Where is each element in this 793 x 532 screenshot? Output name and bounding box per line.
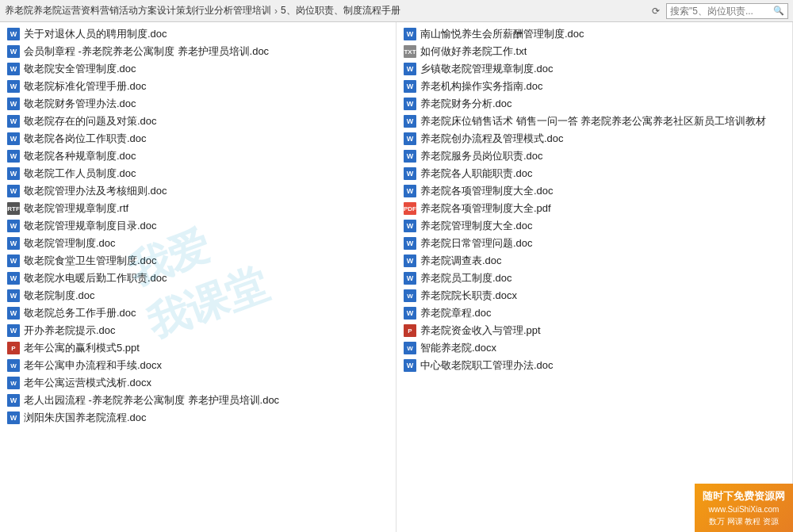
list-item[interactable]: W关于对退休人员的聘用制度.doc — [5, 25, 391, 43]
list-item[interactable]: W养老院日常管理问题.doc — [401, 235, 787, 252]
list-item[interactable]: W养老院创办流程及管理模式.doc — [401, 130, 787, 147]
list-item[interactable]: PDF养老院各项管理制度大全.pdf — [401, 200, 787, 217]
list-item[interactable]: W敬老院工作人员制度.doc — [5, 165, 391, 182]
file-name: 敬老院管理规章制度目录.doc — [24, 219, 157, 233]
list-item[interactable]: W养老院床位销售话术 销售一问一答 养老院养老公寓养老社区新员工培训教材 — [401, 113, 787, 130]
breadcrumb-separator: › — [274, 6, 278, 17]
docx-icon: W — [7, 359, 20, 372]
file-name: 养老机构操作实务指南.doc — [420, 79, 543, 94]
list-item[interactable]: W养老机构操作实务指南.doc — [401, 78, 787, 95]
doc-icon: W — [404, 28, 416, 40]
doc-icon: W — [7, 132, 20, 145]
list-item[interactable]: W敬老院管理规章制度目录.doc — [5, 217, 391, 235]
list-item[interactable]: W养老院服务员岗位职责.doc — [401, 147, 787, 165]
file-name: 养老院各项管理制度大全.doc — [420, 184, 554, 198]
list-item[interactable]: W浏阳朱庆国养老院流程.doc — [5, 409, 391, 427]
list-item[interactable]: W敬老院财务管理办法.doc — [5, 95, 391, 113]
list-item[interactable]: W养老院章程.doc — [401, 304, 787, 322]
right-column: W南山愉悦养生会所薪酬管理制度.docTXT如何做好养老院工作.txtW乡镇敬老… — [396, 22, 793, 532]
doc-icon: W — [7, 411, 20, 424]
search-input[interactable] — [670, 6, 773, 17]
file-name: 敬老院制度.doc — [24, 289, 95, 303]
file-name: 养老院服务员岗位职责.doc — [420, 149, 543, 163]
breadcrumb-path[interactable]: 养老院养老院运营资料营销活动方案设计策划行业分析管理培训 — [5, 4, 271, 17]
list-item[interactable]: P老年公寓的赢利模式5.ppt — [5, 339, 391, 357]
list-item[interactable]: W南山愉悦养生会所薪酬管理制度.doc — [401, 25, 787, 43]
list-item[interactable]: W敬老院管理办法及考核细则.doc — [5, 182, 391, 200]
list-item[interactable]: W敬老院安全管理制度.doc — [5, 60, 391, 78]
doc-icon: W — [7, 28, 20, 40]
list-item[interactable]: RTF敬老院管理规章制度.rtf — [5, 200, 391, 217]
breadcrumb-current[interactable]: 5、岗位职责、制度流程手册 — [281, 4, 400, 17]
file-name: 关于对退休人员的聘用制度.doc — [24, 27, 167, 41]
list-item[interactable]: W敬老院存在的问题及对策.doc — [5, 113, 391, 130]
logo-site-name: 随时下免费资源网 — [703, 488, 785, 504]
list-item[interactable]: W智能养老院.docx — [401, 339, 787, 357]
file-name: 浏阳朱庆国养老院流程.doc — [24, 411, 147, 425]
list-item[interactable]: W会员制章程 -养老院养老公寓制度 养老护理员培训.doc — [5, 43, 391, 60]
list-item[interactable]: W敬老院各种规章制度.doc — [5, 147, 391, 165]
file-name: 南山愉悦养生会所薪酬管理制度.doc — [420, 27, 584, 41]
file-name: 乡镇敬老院管理规章制度.doc — [420, 62, 554, 76]
docx-icon: W — [7, 377, 20, 389]
doc-icon: W — [7, 394, 20, 407]
list-item[interactable]: W老年公寓运营模式浅析.docx — [5, 374, 391, 392]
doc-icon: W — [404, 167, 416, 180]
list-item[interactable]: W老年公寓申办流程和手续.docx — [5, 357, 391, 374]
list-item[interactable]: W敬老院各岗位工作职责.doc — [5, 130, 391, 147]
file-name: 敬老院安全管理制度.doc — [24, 62, 136, 76]
doc-icon: W — [7, 237, 20, 250]
doc-icon: W — [7, 289, 20, 302]
list-item[interactable]: W养老院院长职责.docx — [401, 287, 787, 304]
refresh-icon[interactable]: ⟳ — [649, 4, 663, 18]
doc-icon: W — [404, 150, 416, 163]
list-item[interactable]: W敬老院总务工作手册.doc — [5, 304, 391, 322]
list-item[interactable]: W养老院各项管理制度大全.doc — [401, 182, 787, 200]
list-item[interactable]: W敬老院管理制度.doc — [5, 235, 391, 252]
doc-icon: W — [7, 150, 20, 163]
doc-icon: W — [7, 45, 20, 58]
list-item[interactable]: W养老院管理制度大全.doc — [401, 217, 787, 235]
doc-icon: W — [7, 185, 20, 197]
file-name: 敬老院各岗位工作职责.doc — [24, 132, 147, 146]
list-item[interactable]: TXT如何做好养老院工作.txt — [401, 43, 787, 60]
file-name: 养老院日常管理问题.doc — [420, 236, 533, 251]
file-name: 养老院各人职能职责.doc — [420, 166, 533, 181]
docx-icon: W — [404, 342, 416, 354]
list-item[interactable]: W养老院各人职能职责.doc — [401, 165, 787, 182]
list-item[interactable]: W敬老院标准化管理手册.doc — [5, 78, 391, 95]
search-icon[interactable]: 🔍 — [773, 6, 784, 16]
list-item[interactable]: W养老院员工制度.doc — [401, 270, 787, 287]
list-item[interactable]: W乡镇敬老院管理规章制度.doc — [401, 60, 787, 78]
file-name: 老年公寓运营模式浅析.docx — [24, 376, 151, 390]
file-name: 敬老院管理制度.doc — [24, 236, 116, 251]
list-item[interactable]: W敬老院水电暖后勤工作职责.doc — [5, 270, 391, 287]
list-item[interactable]: W养老院财务分析.doc — [401, 95, 787, 113]
file-name: 会员制章程 -养老院养老公寓制度 养老护理员培训.doc — [24, 44, 269, 59]
doc-icon: W — [404, 307, 416, 320]
file-name: 养老院创办流程及管理模式.doc — [420, 132, 564, 146]
file-name: 敬老院财务管理办法.doc — [24, 97, 136, 111]
file-name: 敬老院存在的问题及对策.doc — [24, 114, 157, 128]
list-item[interactable]: W敬老院食堂卫生管理制度.doc — [5, 252, 391, 270]
file-name: 敬老院水电暖后勤工作职责.doc — [24, 271, 167, 285]
list-item[interactable]: W老人出园流程 -养老院养老公寓制度 养老护理员培训.doc — [5, 392, 391, 409]
list-item[interactable]: W养老院调查表.doc — [401, 252, 787, 270]
doc-icon: W — [7, 167, 20, 180]
file-name: 老年公寓的赢利模式5.ppt — [24, 341, 140, 355]
file-name: 养老院院长职责.docx — [420, 289, 517, 303]
list-item[interactable]: W敬老院制度.doc — [5, 287, 391, 304]
logo-tagline: 数万 网课 教程 资源 — [703, 515, 785, 527]
file-name: 老人出园流程 -养老院养老公寓制度 养老护理员培训.doc — [24, 393, 279, 408]
top-bar: 养老院养老院运营资料营销活动方案设计策划行业分析管理培训 › 5、岗位职责、制度… — [0, 0, 793, 22]
file-name: 养老院资金收入与管理.ppt — [420, 323, 541, 338]
top-bar-right: ⟳ 🔍 — [649, 3, 788, 19]
doc-icon: W — [404, 80, 416, 93]
list-item[interactable]: W中心敬老院职工管理办法.doc — [401, 357, 787, 374]
file-name: 智能养老院.docx — [420, 341, 496, 355]
left-column: W关于对退休人员的聘用制度.docW会员制章程 -养老院养老公寓制度 养老护理员… — [0, 22, 396, 532]
file-name: 养老院床位销售话术 销售一问一答 养老院养老公寓养老社区新员工培训教材 — [420, 114, 766, 128]
doc-icon: W — [404, 255, 416, 267]
list-item[interactable]: P养老院资金收入与管理.ppt — [401, 322, 787, 339]
list-item[interactable]: W开办养老院提示.doc — [5, 322, 391, 339]
